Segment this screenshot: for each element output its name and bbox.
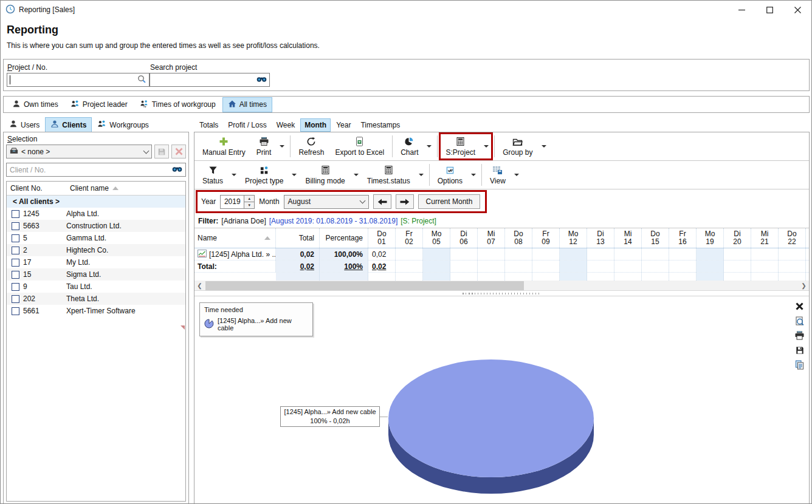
options-dropdown-arrow[interactable]	[471, 174, 476, 176]
client-row[interactable]: 15Sigma Ltd.	[7, 268, 185, 281]
total-column-header[interactable]: Total	[276, 228, 320, 248]
tab-project-leader[interactable]: Project leader	[66, 98, 132, 112]
chart-button[interactable]: Chart	[395, 135, 424, 158]
print-preview-icon[interactable]	[794, 316, 805, 326]
client-row[interactable]: 5663Construction Ltd.	[7, 220, 185, 232]
year-spin-up[interactable]: ▲	[244, 196, 254, 202]
name-column-header[interactable]: Name	[194, 228, 276, 248]
project-type-dropdown-arrow[interactable]	[292, 174, 297, 176]
client-name-column-header[interactable]: Client name	[66, 184, 185, 192]
client-checkbox[interactable]	[12, 222, 19, 230]
view-dropdown-arrow[interactable]	[514, 174, 519, 176]
client-search-input[interactable]: Client / No.	[6, 163, 186, 177]
group-by-dropdown-arrow[interactable]	[542, 145, 546, 148]
tab-timestamps[interactable]: Timestamps	[356, 118, 404, 132]
tab-year[interactable]: Year	[332, 118, 355, 132]
status-dropdown-arrow[interactable]	[232, 174, 236, 176]
client-row[interactable]: 5Gamma Ltd.	[7, 232, 185, 244]
project-no-input[interactable]	[7, 73, 150, 87]
panel-splitter[interactable]	[194, 291, 809, 296]
chart-dropdown-arrow[interactable]	[427, 145, 432, 148]
group-by-button[interactable]: Group by	[497, 135, 538, 158]
month-dropdown[interactable]: August	[284, 195, 369, 209]
tab-workgroups[interactable]: Workgroups	[92, 118, 153, 132]
clear-selection-button[interactable]	[171, 145, 186, 158]
day-column-header[interactable]: Di06	[450, 228, 478, 248]
tab-own-times[interactable]: Own times	[7, 98, 63, 112]
save-chart-icon[interactable]	[794, 345, 805, 355]
client-row[interactable]: 17My Ltd.	[7, 256, 185, 268]
day-column-header[interactable]: Mi07	[478, 228, 505, 248]
billing-mode-dropdown-arrow[interactable]	[354, 174, 359, 176]
day-column-header[interactable]: Mo05	[423, 228, 450, 248]
client-checkbox[interactable]	[12, 210, 19, 218]
search-project-input[interactable]	[150, 73, 270, 87]
client-row[interactable]: 1245Alpha Ltd.	[7, 208, 185, 220]
year-spinner[interactable]: 2019 ▲ ▼	[220, 195, 255, 209]
tab-times-of-workgroup[interactable]: Times of workgroup	[135, 98, 221, 112]
close-chart-icon[interactable]	[794, 301, 805, 312]
maximize-button[interactable]	[755, 1, 783, 19]
client-row[interactable]: 9Tau Ltd.	[7, 281, 185, 293]
copy-chart-icon[interactable]	[794, 359, 805, 370]
client-checkbox[interactable]	[12, 271, 19, 279]
billing-mode-button[interactable]: Billing mode	[300, 163, 350, 186]
next-month-button[interactable]	[396, 194, 414, 209]
print-chart-icon[interactable]	[794, 330, 805, 341]
client-row[interactable]: 2Hightech Co.	[7, 244, 185, 256]
project-type-button[interactable]: Project type	[239, 163, 289, 186]
timest-status-dropdown-arrow[interactable]	[419, 174, 424, 176]
horizontal-scrollbar[interactable]: ❮ ❯	[194, 281, 809, 291]
print-button[interactable]: Print	[251, 135, 277, 158]
print-dropdown-arrow[interactable]	[280, 145, 284, 148]
tab-month[interactable]: Month	[300, 118, 331, 132]
client-checkbox[interactable]	[12, 247, 19, 254]
client-checkbox[interactable]	[12, 234, 19, 242]
day-column-header[interactable]: Do01	[368, 228, 396, 248]
day-column-header[interactable]: Mo19	[697, 228, 724, 248]
options-button[interactable]: Options	[432, 163, 468, 186]
client-checkbox[interactable]	[12, 283, 19, 291]
percentage-column-header[interactable]: Percentage	[320, 228, 368, 248]
scrollbar-thumb[interactable]	[205, 281, 524, 290]
day-column-header[interactable]: Do15	[642, 228, 669, 248]
client-checkbox[interactable]	[12, 295, 19, 303]
day-column-header[interactable]: Di13	[587, 228, 614, 248]
scroll-right-arrow[interactable]: ❯	[799, 281, 809, 291]
year-spin-down[interactable]: ▼	[244, 202, 254, 208]
tab-clients[interactable]: Clients	[46, 118, 91, 132]
client-no-column-header[interactable]: Client No.	[7, 184, 66, 192]
timest-status-button[interactable]: Timest.status	[362, 163, 416, 186]
tab-totals[interactable]: Totals	[195, 118, 222, 132]
save-selection-button[interactable]	[154, 145, 169, 158]
report-row-alpha[interactable]: [1245] Alpha Ltd. » ... 0,02 100,00% 0,0…	[194, 248, 809, 261]
day-column-header[interactable]: Fr16	[669, 228, 697, 248]
client-row[interactable]: 202Theta Ltd.	[7, 293, 185, 305]
day-column-header[interactable]: Fr09	[532, 228, 560, 248]
status-button[interactable]: Status	[197, 163, 229, 186]
day-column-header[interactable]: Do22	[779, 228, 806, 248]
previous-month-button[interactable]	[373, 194, 391, 209]
refresh-button[interactable]: Refresh	[293, 134, 329, 159]
tab-all-times[interactable]: All times	[223, 98, 272, 112]
s-project-button[interactable]: S:Project	[440, 135, 481, 158]
client-checkbox[interactable]	[12, 307, 19, 315]
minimize-button[interactable]	[728, 1, 755, 19]
day-column-header[interactable]: Mi14	[614, 228, 642, 248]
tab-users[interactable]: Users	[4, 118, 44, 132]
tab-week[interactable]: Week	[272, 118, 299, 132]
manual-entry-button[interactable]: Manual Entry	[197, 134, 251, 159]
all-clients-row[interactable]: < All clients >	[7, 196, 185, 208]
client-row[interactable]: 5661Xpert-Timer Software	[7, 305, 185, 317]
selection-dropdown[interactable]: < none >	[6, 145, 152, 158]
day-column-header[interactable]: Di20	[724, 228, 751, 248]
day-column-header[interactable]: Do08	[505, 228, 532, 248]
tab-profit-loss[interactable]: Profit / Loss	[224, 118, 270, 132]
export-to-excel-button[interactable]: Export to Excel	[329, 134, 390, 159]
day-column-header[interactable]: Mi21	[751, 228, 779, 248]
day-column-header[interactable]: Mo12	[560, 228, 587, 248]
current-month-button[interactable]: Current Month	[418, 194, 481, 209]
day-column-header[interactable]: Fr02	[396, 228, 423, 248]
scroll-left-arrow[interactable]: ❮	[194, 281, 205, 291]
close-button[interactable]	[783, 1, 811, 19]
